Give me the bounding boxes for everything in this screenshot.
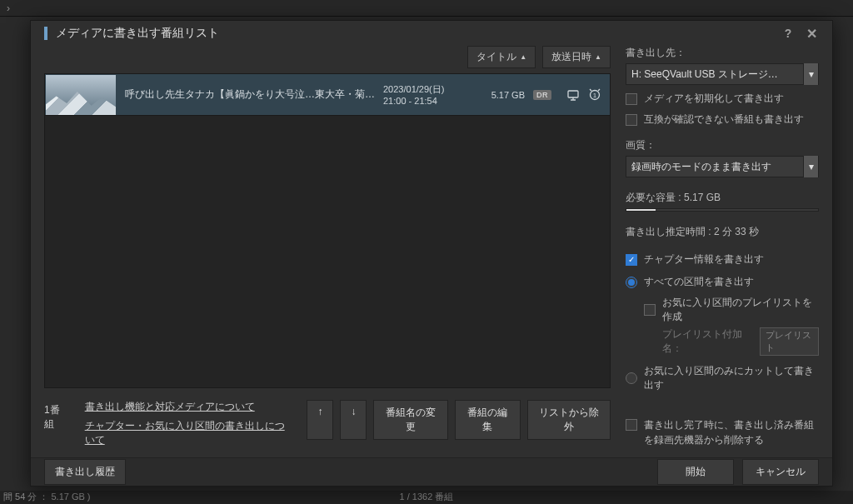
quality-value: 録画時のモードのまま書き出す [631, 160, 771, 174]
fav-playlist-checkbox[interactable]: お気に入り区間のプレイリストを作成 [644, 296, 819, 324]
dropdown-icon: ▾ [803, 156, 818, 177]
fav-only-radio[interactable]: お気に入り区間のみにカットして書き出す [626, 364, 819, 392]
playlist-suffix-button[interactable]: プレイリスト [760, 327, 819, 356]
all-segments-label: すべての区間を書き出す [644, 275, 754, 289]
eta-value: 2 分 33 秒 [714, 226, 759, 237]
fav-only-label: お気に入り区間のみにカットして書き出す [644, 364, 819, 392]
device-icon [566, 88, 580, 102]
sort-by-airdate-button[interactable]: 放送日時 ▲ [542, 46, 611, 68]
remove-button[interactable]: リストから除外 [527, 400, 611, 440]
status-left: 間 54 分 ： 5.17 GB ) [0, 491, 91, 504]
quality-select[interactable]: 録画時のモードのまま書き出す ▾ [626, 156, 819, 177]
playlist-suffix-row: プレイリスト付加名： プレイリスト [662, 327, 819, 356]
move-down-button[interactable]: ↓ [340, 400, 367, 440]
left-panel: タイトル ▲ 放送日時 ▲ 呼び出し先生タナカ【眞鍋かをり大号泣…東大卒・菊… … [44, 46, 611, 447]
export-dialog: メディアに書き出す番組リスト ? ✕ タイトル ▲ 放送日時 ▲ 呼び出し先生タ… [30, 20, 833, 487]
radio-icon [626, 372, 637, 384]
thumbnail [46, 75, 116, 115]
close-icon[interactable]: ✕ [804, 26, 819, 41]
chapter-checkbox[interactable]: チャプター情報を書き出す [626, 252, 819, 267]
svg-rect-0 [568, 91, 578, 97]
needed-label: 必要な容量 : [626, 192, 681, 203]
title-accent-bar [44, 27, 47, 40]
checkbox-icon [626, 254, 637, 266]
sort-asc-icon: ▲ [520, 53, 526, 61]
init-media-checkbox[interactable]: メディアを初期化して書き出す [626, 92, 819, 106]
chapter-label: チャプター情報を書き出す [644, 252, 764, 267]
program-list[interactable]: 呼び出し先生タナカ【眞鍋かをり大号泣…東大卒・菊… 2023/01/29(日) … [44, 73, 611, 388]
capacity-gauge-fill [626, 209, 656, 211]
start-button[interactable]: 開始 [657, 459, 734, 485]
delete-after-checkbox[interactable]: 書き出し完了時に、書き出し済み番組を録画先機器から削除する [626, 417, 819, 447]
history-button[interactable]: 書き出し履歴 [44, 459, 126, 485]
all-segments-radio[interactable]: すべての区間を書き出す [626, 275, 819, 289]
right-panel: 書き出し先： H: SeeQVault USB ストレージ… ▾ メディアを初期… [626, 46, 819, 447]
program-date: 2023/01/29(日) [383, 83, 475, 95]
radio-icon [626, 277, 637, 288]
checkbox-icon [644, 304, 656, 316]
program-title: 呼び出し先生タナカ【眞鍋かをり大号泣…東大卒・菊… [117, 87, 383, 102]
write-unconfirmed-checkbox[interactable]: 互換が確認できない番組も書き出す [626, 112, 819, 127]
dialog-header: メディアに書き出す番組リスト ? ✕ [31, 21, 832, 46]
dest-label: 書き出し先： [626, 46, 819, 60]
link-about-chapter[interactable]: チャプター・お気に入り区間の書き出しについて [85, 419, 291, 447]
program-size: 5.17 GB [475, 90, 525, 100]
app-statusbar: 間 54 分 ： 5.17 GB ) 1 / 1362 番組 [0, 491, 853, 504]
init-media-label: メディアを初期化して書き出す [644, 92, 784, 106]
svg-text:1: 1 [593, 92, 597, 99]
move-up-button[interactable]: ↑ [307, 400, 333, 440]
needed-row: 必要な容量 : 5.17 GB [626, 191, 819, 205]
program-time: 21:00 - 21:54 [383, 95, 475, 107]
needed-value: 5.17 GB [684, 192, 721, 203]
fav-playlist-label: お気に入り区間のプレイリストを作成 [662, 296, 819, 324]
sort-by-title-button[interactable]: タイトル ▲ [467, 46, 536, 68]
dialog-title: メディアに書き出す番組リスト [56, 26, 772, 41]
dest-select[interactable]: H: SeeQVault USB ストレージ… ▾ [626, 63, 819, 85]
dest-value: H: SeeQVault USB ストレージ… [631, 67, 778, 82]
program-list-item[interactable]: 呼び出し先生タナカ【眞鍋かをり大号泣…東大卒・菊… 2023/01/29(日) … [45, 74, 610, 116]
write-unconfirmed-label: 互換が確認できない番組も書き出す [644, 112, 804, 127]
help-icon[interactable]: ? [781, 26, 796, 41]
sort-asc-icon: ▲ [595, 53, 601, 61]
checkbox-icon [626, 114, 637, 126]
checkbox-icon [626, 419, 637, 431]
link-about-export[interactable]: 書き出し機能と対応メディアについて [85, 400, 291, 414]
rename-button[interactable]: 番組名の変更 [373, 400, 448, 440]
program-datetime: 2023/01/29(日) 21:00 - 21:54 [383, 83, 475, 107]
capacity-gauge [626, 208, 819, 212]
sort-title-label: タイトル [476, 50, 516, 64]
dropdown-icon: ▾ [803, 63, 818, 85]
quality-label: 画質： [626, 138, 819, 152]
playlist-suffix-label: プレイリスト付加名： [662, 327, 748, 356]
eta-label: 書き出し推定時間 : [626, 226, 711, 237]
app-toolbar: › [0, 0, 853, 17]
cancel-button[interactable]: キャンセル [742, 459, 819, 485]
status-center: 1 / 1362 番組 [400, 491, 454, 503]
sort-airdate-label: 放送日時 [551, 50, 591, 64]
program-count: 1番組 [44, 400, 68, 432]
chevron-right-icon[interactable]: › [0, 2, 17, 14]
edit-button[interactable]: 番組の編集 [455, 400, 521, 440]
eta-row: 書き出し推定時間 : 2 分 33 秒 [626, 225, 819, 239]
delete-after-label: 書き出し完了時に、書き出し済み番組を録画先機器から削除する [644, 417, 819, 447]
dialog-footer: 書き出し履歴 開始 キャンセル [31, 457, 832, 486]
checkbox-icon [626, 93, 637, 105]
copy-count-icon: 1 [588, 88, 601, 102]
quality-badge: DR [533, 90, 551, 100]
